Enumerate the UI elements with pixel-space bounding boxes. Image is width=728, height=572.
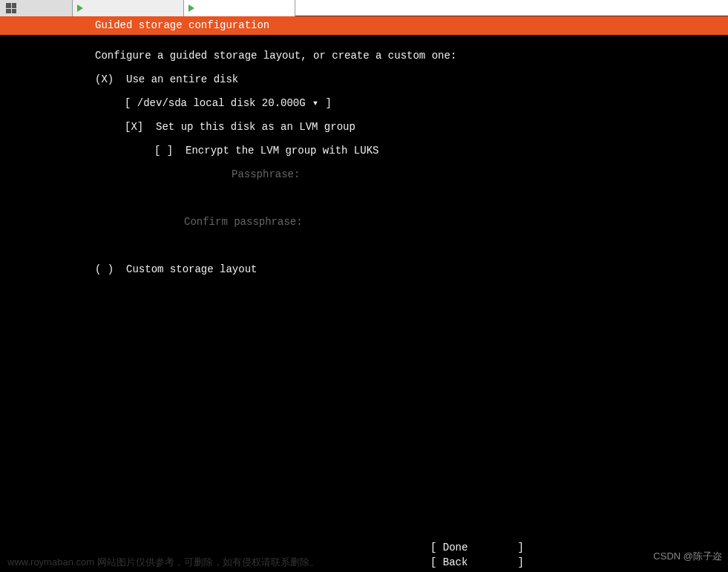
window-tab-bar xyxy=(0,0,728,16)
header-title: Guided storage configuration xyxy=(95,16,269,35)
option-entire-disk[interactable]: (X) Use an entire disk xyxy=(95,68,728,91)
installer-content: Configure a guided storage layout, or cr… xyxy=(0,35,728,281)
vm-tab-2[interactable] xyxy=(184,0,295,16)
vm-tab-1[interactable] xyxy=(73,0,184,16)
grid-menu-button[interactable] xyxy=(0,0,73,16)
option-custom-layout[interactable]: ( ) Custom storage layout xyxy=(95,257,728,281)
grid-icon xyxy=(6,3,16,13)
disk-select-dropdown[interactable]: [ /dev/sda local disk 20.000G ▾ ] xyxy=(95,91,728,115)
intro-text: Configure a guided storage layout, or cr… xyxy=(95,44,728,68)
passphrase-label: Passphrase: xyxy=(95,162,728,186)
installer-header: Guided storage configuration xyxy=(0,16,728,35)
done-button[interactable]: [ Done ] xyxy=(0,540,728,555)
watermark-left: www.roymaban.com 网站图片仅供参考，可删除，如有侵权请联系删除。 xyxy=(7,556,319,569)
play-icon xyxy=(188,4,194,12)
checkbox-encrypt[interactable]: [ ] Encrypt the LVM group with LUKS xyxy=(95,139,728,162)
play-icon xyxy=(77,4,83,12)
checkbox-lvm[interactable]: [X] Set up this disk as an LVM group xyxy=(95,115,728,139)
chevron-down-icon: ▾ xyxy=(312,91,319,115)
watermark-right: CSDN @陈子迩 xyxy=(653,550,722,563)
confirm-passphrase-label: Confirm passphrase: xyxy=(95,210,728,234)
